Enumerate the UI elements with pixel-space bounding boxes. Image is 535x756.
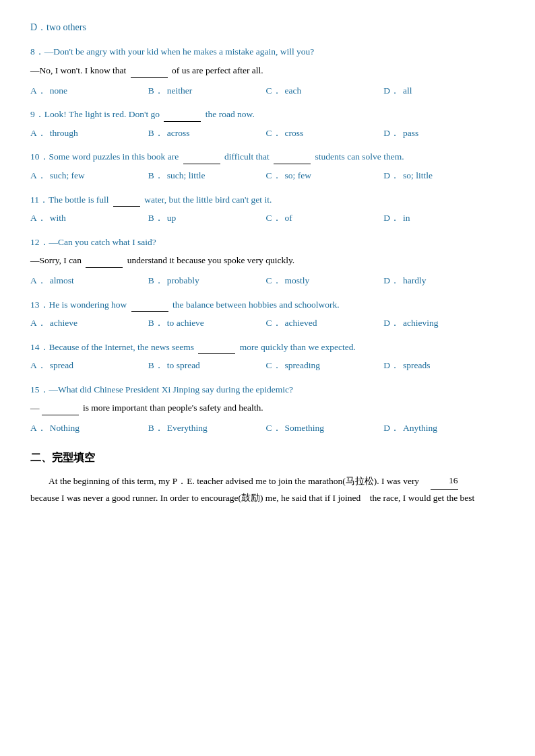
q12-blank [86,259,123,268]
section-2-title: 二、完型填空 [30,449,501,467]
q11-prompt: 11．The bottle is full water, but the lit… [30,193,501,207]
question-8: 8．—Don't be angry with your kid when he … [30,44,501,98]
q15-opt-a: A．Nothing [30,421,148,436]
q10-opt-a: A．such; few [30,168,148,183]
q9-prompt: 9．Look! The light is red. Don't go the r… [30,107,501,122]
q15-opt-b: B．Everything [148,421,266,436]
q8-opt-d: D．all [383,83,501,98]
question-13: 13．He is wondering how the balance betwe… [30,298,501,331]
question-9: 9．Look! The light is red. Don't go the r… [30,107,501,140]
q8-options: A．none B．neither C．each D．all [30,83,501,98]
q10-blank2 [274,155,311,164]
q9-opt-a: A．through [30,126,148,141]
q15-answer: — is more important than people's safety… [30,401,501,415]
passage-text-1: At the beginning of this term, my P．E. t… [30,473,501,489]
q14-opt-a: A．spread [30,358,148,373]
q10-opt-d: D．so; little [383,168,501,183]
q14-options: A．spread B．to spread C．spreading D．sprea… [30,358,501,373]
q15-blank [42,406,79,415]
q13-opt-a: A．achieve [30,316,148,331]
q11-blank [113,197,140,207]
q12-opt-d: D．hardly [383,273,501,288]
q13-opt-c: C．achieved [266,316,384,331]
q9-opt-c: C．cross [266,126,384,141]
q12-prompt: 12．—Can you catch what I said? [30,235,501,250]
question-10: 10．Some word puzzles in this book are di… [30,149,501,182]
q13-opt-b: B．to achieve [148,316,266,331]
q11-options: A．with B．up C．of D．in [30,211,501,226]
q11-opt-c: C．of [266,211,384,226]
q13-blank [131,302,168,312]
passage-text-2: because I was never a good runner. In or… [30,490,501,506]
q11-opt-d: D．in [383,211,501,226]
q9-opt-b: B．across [148,126,266,141]
question-12: 12．—Can you catch what I said? —Sorry, I… [30,235,501,288]
q14-opt-b: B．to spread [148,358,266,373]
question-14: 14．Because of the Internet, the news see… [30,340,501,373]
q11-opt-a: A．with [30,211,148,226]
q13-opt-d: D．achieving [383,316,501,331]
q14-prompt: 14．Because of the Internet, the news see… [30,340,501,355]
q12-opt-a: A．almost [30,273,148,288]
q8-opt-c: C．each [266,83,384,98]
q10-options: A．such; few B．such; little C．so; few D．s… [30,168,501,183]
section-2: 二、完型填空 At the beginning of this term, my… [30,449,501,506]
q8-blank [131,69,168,78]
q9-blank [164,112,201,122]
q15-opt-c: C．Something [266,421,384,436]
q14-opt-d: D．spreads [383,358,501,373]
q9-opt-d: D．pass [383,126,501,141]
d-item: D．two others [30,20,501,35]
q10-prompt: 10．Some word puzzles in this book are di… [30,149,501,164]
q9-options: A．through B．across C．cross D．pass [30,126,501,141]
q12-opt-b: B．probably [148,273,266,288]
q14-opt-c: C．spreading [266,358,384,373]
q11-opt-b: B．up [148,211,266,226]
q12-answer: —Sorry, I can understand it because you … [30,253,501,268]
q8-answer: —No, I won't. I know that of us are perf… [30,63,501,78]
q15-prompt: 15．—What did Chinese President Xi Jinpin… [30,382,501,397]
q13-options: A．achieve B．to achieve C．achieved D．achi… [30,316,501,331]
q15-opt-d: D．Anything [383,421,501,436]
q10-opt-b: B．such; little [148,168,266,183]
q8-opt-b: B．neither [148,83,266,98]
q12-opt-c: C．mostly [266,273,384,288]
q13-prompt: 13．He is wondering how the balance betwe… [30,298,501,312]
d-option-text: D．two others [30,20,501,35]
question-11: 11．The bottle is full water, but the lit… [30,193,501,226]
q12-options: A．almost B．probably C．mostly D．hardly [30,273,501,288]
q15-options: A．Nothing B．Everything C．Something D．Any… [30,421,501,436]
q8-prompt: 8．—Don't be angry with your kid when he … [30,44,501,59]
blank-16: 16 [431,473,458,489]
q10-opt-c: C．so; few [266,168,384,183]
question-15: 15．—What did Chinese President Xi Jinpin… [30,382,501,436]
q14-blank [198,345,235,354]
q8-opt-a: A．none [30,83,148,98]
q10-blank1 [183,155,220,164]
